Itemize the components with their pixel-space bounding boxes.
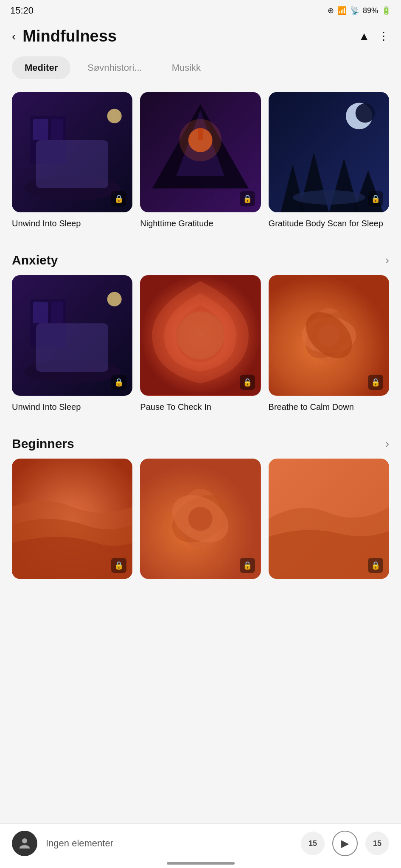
tab-musikk[interactable]: Musikk [159, 56, 213, 79]
wifi-icon: 📶 [337, 6, 347, 15]
card-title-gratitude-sleep: Gratitude Body Scan for Sleep [269, 217, 389, 229]
svg-point-25 [107, 292, 122, 306]
svg-rect-3 [51, 119, 63, 140]
skip-forward-button[interactable]: 15 [365, 832, 389, 855]
status-right: ⊕ 📶 📡 89% 🔋 [328, 6, 391, 15]
card-title-pause: Pause To Check In [140, 401, 261, 413]
anxiety-cards-row: 🔒 Unwind Into Sleep [12, 275, 389, 417]
tab-mediter[interactable]: Mediter [12, 56, 70, 79]
header-left: ‹ Mindfulness [12, 27, 117, 45]
card-pause-check-in[interactable]: 🔒 Pause To Check In [140, 275, 261, 412]
play-button[interactable]: ▶ [332, 831, 358, 856]
lock-icon: 🔒 [368, 191, 383, 206]
card-unwind-sleep-2[interactable]: 🔒 Unwind Into Sleep [12, 275, 132, 412]
card-image-nighttime: 🔒 [140, 92, 261, 212]
card-image-breathe: 🔒 [269, 275, 389, 395]
header: ‹ Mindfulness ▲ ⋮ [0, 19, 401, 51]
svg-point-24 [24, 359, 120, 384]
svg-rect-23 [51, 302, 63, 323]
card-image-unwind-2: 🔒 [12, 275, 132, 395]
card-image-pause: 🔒 [140, 275, 261, 395]
lock-icon: 🔒 [111, 191, 126, 206]
card-gratitude-body-scan[interactable]: 🔒 Gratitude Body Scan for Sleep [269, 92, 389, 229]
header-actions: ▲ ⋮ [359, 30, 389, 43]
player-title: Ingen elementer [46, 838, 292, 849]
lock-icon: 🔒 [240, 558, 255, 573]
anxiety-section: Anxiety › [0, 249, 401, 417]
svg-point-19 [292, 190, 365, 205]
svg-point-32 [318, 325, 339, 346]
lock-icon: 🔒 [368, 375, 383, 390]
card-title-breathe: Breathe to Calm Down [269, 401, 389, 413]
player-controls: 15 ▶ 15 [301, 831, 389, 856]
card-image-beginners-1: 🔒 [12, 459, 132, 579]
svg-point-38 [188, 506, 213, 531]
beginners-section-title: Beginners [12, 437, 74, 451]
anxiety-section-title: Anxiety [12, 253, 58, 267]
more-menu-icon[interactable]: ⋮ [378, 30, 389, 43]
lock-icon: 🔒 [240, 191, 255, 206]
battery-icon: 🔋 [381, 6, 391, 15]
beginners-section-header: Beginners › [12, 437, 389, 451]
card-image-unwind-1: 🔒 [12, 92, 132, 212]
back-button[interactable]: ‹ [12, 31, 16, 42]
svg-point-14 [355, 103, 374, 122]
home-indicator [167, 862, 235, 865]
alert-icon[interactable]: ▲ [359, 30, 370, 43]
lock-icon: 🔒 [111, 375, 126, 390]
card-title-unwind-1: Unwind Into Sleep [12, 217, 132, 229]
beginners-cards-row: 🔒 [12, 459, 389, 588]
lock-icon: 🔒 [240, 375, 255, 390]
svg-rect-11 [198, 128, 203, 140]
card-beginners-3[interactable]: 🔒 [269, 459, 389, 584]
skip-back-button[interactable]: 15 [301, 832, 325, 855]
tab-sovnhistori[interactable]: Søvnhistori... [75, 56, 154, 79]
bottom-player-bar: Ingen elementer 15 ▶ 15 [0, 823, 401, 868]
card-title-unwind-2: Unwind Into Sleep [12, 401, 132, 413]
card-image-beginners-2: 🔒 [140, 459, 261, 579]
battery-label: 89% [363, 6, 378, 15]
card-beginners-1[interactable]: 🔒 [12, 459, 132, 584]
lock-icon: 🔒 [368, 558, 383, 573]
svg-rect-22 [33, 302, 48, 323]
beginners-section-arrow[interactable]: › [385, 437, 389, 451]
card-breathe-calm[interactable]: 🔒 Breathe to Calm Down [269, 275, 389, 412]
card-unwind-sleep-1[interactable]: 🔒 Unwind Into Sleep [12, 92, 132, 229]
page-title: Mindfulness [22, 27, 117, 45]
card-image-beginners-3: 🔒 [269, 459, 389, 579]
card-image-gratitude-sleep: 🔒 [269, 92, 389, 212]
card-nighttime-gratitude[interactable]: 🔒 Nighttime Gratitude [140, 92, 261, 229]
card-beginners-2[interactable]: 🔒 [140, 459, 261, 584]
beginners-section: Beginners › [0, 432, 401, 588]
anxiety-section-arrow[interactable]: › [385, 253, 389, 267]
svg-rect-2 [33, 119, 48, 140]
tab-bar: Mediter Søvnhistori... Musikk [0, 51, 401, 88]
status-time: 15:20 [10, 5, 34, 16]
card-title-nighttime: Nighttime Gratitude [140, 217, 261, 229]
svg-point-40 [22, 838, 27, 843]
svg-point-4 [24, 176, 120, 200]
player-avatar [12, 831, 37, 856]
anxiety-section-header: Anxiety › [12, 253, 389, 267]
status-bar: 15:20 ⊕ 📶 📡 89% 🔋 [0, 0, 401, 19]
sleep-section: 🔒 Unwind Into Sleep [0, 88, 401, 234]
bluetooth-icon: ⊕ [328, 6, 334, 15]
svg-point-5 [107, 109, 122, 123]
signal-icon: 📡 [350, 6, 359, 15]
sleep-cards-row: 🔒 Unwind Into Sleep [12, 92, 389, 234]
lock-icon: 🔒 [111, 558, 126, 573]
